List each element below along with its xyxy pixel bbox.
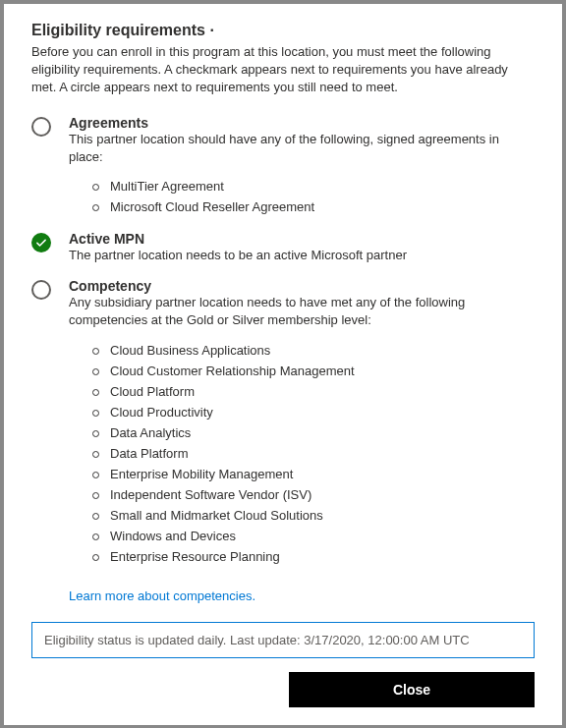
eligibility-modal: Eligibility requirements · Before you ca… (0, 0, 566, 728)
learn-more-link[interactable]: Learn more about competencies. (69, 588, 255, 603)
list-item: Cloud Customer Relationship Management (92, 361, 535, 381)
modal-footer: Close (31, 672, 535, 707)
requirement-item: AgreementsThis partner location should h… (31, 115, 535, 217)
requirement-description: Any subsidiary partner location needs to… (69, 294, 535, 329)
list-item: Microsoft Cloud Reseller Agreement (92, 196, 535, 217)
requirement-description: The partner location needs to be an acti… (69, 247, 535, 264)
requirement-sublist: Cloud Business ApplicationsCloud Custome… (92, 340, 535, 567)
requirement-item: Active MPNThe partner location needs to … (31, 231, 535, 264)
status-update-box: Eligibility status is updated daily. Las… (31, 622, 535, 658)
requirement-body: CompetencyAny subsidiary partner locatio… (69, 278, 535, 566)
list-item: Cloud Business Applications (92, 340, 535, 361)
list-item: Windows and Devices (92, 526, 535, 546)
requirement-title: Active MPN (69, 231, 535, 247)
list-item: Cloud Productivity (92, 402, 535, 422)
list-item: Enterprise Resource Planning (92, 546, 535, 567)
list-item: Data Platform (92, 443, 535, 464)
intro-text: Before you can enroll in this program at… (31, 43, 535, 97)
requirement-item: CompetencyAny subsidiary partner locatio… (31, 278, 535, 566)
close-button[interactable]: Close (289, 672, 535, 707)
requirement-sublist: MultiTier AgreementMicrosoft Cloud Resel… (92, 176, 535, 217)
list-item: Data Analytics (92, 422, 535, 443)
requirement-title: Agreements (69, 115, 535, 131)
requirement-body: Active MPNThe partner location needs to … (69, 231, 535, 264)
list-item: Enterprise Mobility Management (92, 464, 535, 484)
requirement-description: This partner location should have any of… (69, 131, 535, 166)
list-item: MultiTier Agreement (92, 176, 535, 196)
requirement-title: Competency (69, 278, 535, 294)
circle-icon (31, 117, 51, 137)
checkmark-icon (31, 233, 51, 252)
requirement-body: AgreementsThis partner location should h… (69, 115, 535, 217)
list-item: Independent Software Vendor (ISV) (92, 484, 535, 505)
circle-icon (31, 280, 51, 300)
list-item: Small and Midmarket Cloud Solutions (92, 505, 535, 526)
list-item: Cloud Platform (92, 381, 535, 402)
page-title: Eligibility requirements · (31, 22, 535, 39)
